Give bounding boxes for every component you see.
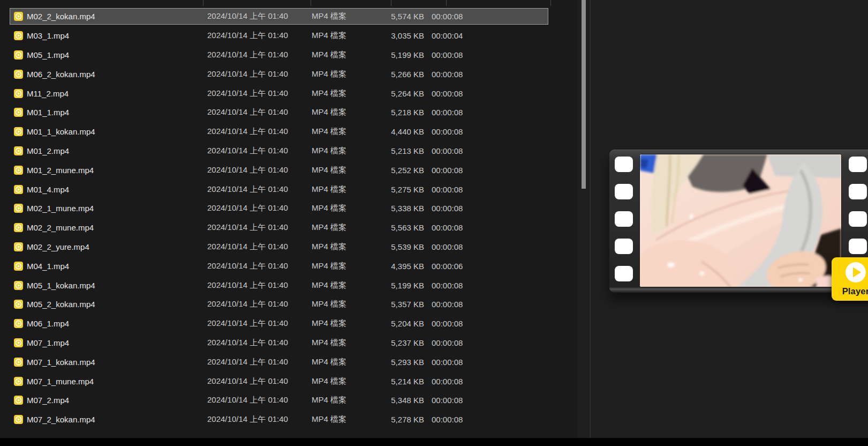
- file-name: M02_1_mune.mp4: [27, 204, 207, 213]
- table-row[interactable]: M11_2.mp4 2024/10/14 上午 01:40 MP4 檔案 5,2…: [0, 84, 568, 103]
- file-size: 5,213 KB: [375, 146, 424, 155]
- table-row[interactable]: M07_2_kokan.mp4 2024/10/14 上午 01:40 MP4 …: [0, 410, 568, 429]
- file-name: M01_4.mp4: [27, 185, 207, 194]
- table-row[interactable]: M05_1.mp4 2024/10/14 上午 01:40 MP4 檔案 5,1…: [0, 46, 568, 65]
- table-row[interactable]: M04_1.mp4 2024/10/14 上午 01:40 MP4 檔案 4,3…: [0, 256, 568, 276]
- table-row[interactable]: M01_1_kokan.mp4 2024/10/14 上午 01:40 MP4 …: [0, 122, 568, 142]
- file-type: MP4 檔案: [312, 146, 375, 156]
- vertical-scrollbar[interactable]: [577, 0, 589, 438]
- file-type: MP4 檔案: [312, 299, 375, 309]
- table-row[interactable]: M01_1.mp4 2024/10/14 上午 01:40 MP4 檔案 5,2…: [0, 103, 568, 122]
- file-type: MP4 檔案: [312, 50, 375, 60]
- file-size: 4,395 KB: [375, 262, 424, 271]
- file-name: M01_2_mune.mp4: [27, 166, 207, 175]
- table-row[interactable]: M07_2.mp4 2024/10/14 上午 01:40 MP4 檔案 5,3…: [0, 391, 568, 410]
- file-type: MP4 檔案: [312, 318, 375, 329]
- file-name: M07_1_mune.mp4: [27, 377, 207, 386]
- date-modified: 2024/10/14 上午 01:40: [207, 107, 312, 117]
- file-size: 5,237 KB: [375, 338, 424, 347]
- media-duration: 00:00:08: [432, 127, 568, 136]
- file-size: 5,204 KB: [375, 319, 424, 328]
- file-name: M11_2.mp4: [27, 89, 207, 98]
- file-name: M02_2_yure.mp4: [27, 242, 207, 251]
- column-divider: [311, 0, 311, 6]
- media-duration: 00:00:06: [432, 262, 568, 271]
- file-name: M05_1.mp4: [27, 50, 207, 60]
- table-row[interactable]: M07_1_mune.mp4 2024/10/14 上午 01:40 MP4 檔…: [0, 371, 568, 391]
- video-play-icon: [14, 146, 27, 155]
- video-play-icon: [14, 262, 27, 271]
- table-row[interactable]: M06_2_kokan.mp4 2024/10/14 上午 01:40 MP4 …: [0, 64, 568, 84]
- table-row[interactable]: M05_2_kokan.mp4 2024/10/14 上午 01:40 MP4 …: [0, 295, 568, 314]
- column-divider: [550, 0, 551, 6]
- video-play-icon: [14, 166, 27, 175]
- table-row[interactable]: M01_2.mp4 2024/10/14 上午 01:40 MP4 檔案 5,2…: [0, 142, 568, 161]
- table-row[interactable]: M01_2_mune.mp4 2024/10/14 上午 01:40 MP4 檔…: [0, 160, 568, 180]
- table-row[interactable]: M01_4.mp4 2024/10/14 上午 01:40 MP4 檔案 5,2…: [0, 180, 568, 199]
- column-divider: [446, 0, 447, 6]
- media-duration: 00:00:08: [432, 146, 568, 155]
- file-type: MP4 檔案: [312, 127, 375, 137]
- file-name: M07_1.mp4: [27, 338, 207, 347]
- date-modified: 2024/10/14 上午 01:40: [207, 376, 312, 386]
- date-modified: 2024/10/14 上午 01:40: [207, 127, 312, 137]
- video-play-icon: [14, 31, 27, 40]
- file-size: 5,199 KB: [375, 281, 424, 290]
- table-row[interactable]: M05_1_kokan.mp4 2024/10/14 上午 01:40 MP4 …: [0, 276, 568, 295]
- video-play-icon: [14, 127, 27, 136]
- media-duration: 00:00:08: [432, 396, 568, 405]
- date-modified: 2024/10/14 上午 01:40: [207, 299, 312, 309]
- video-play-icon: [14, 281, 27, 290]
- table-row[interactable]: M02_2_yure.mp4 2024/10/14 上午 01:40 MP4 檔…: [0, 237, 568, 257]
- date-modified: 2024/10/14 上午 01:40: [207, 146, 312, 156]
- date-modified: 2024/10/14 上午 01:40: [207, 395, 312, 405]
- player-badge[interactable]: Player: [832, 257, 868, 301]
- file-size: 5,199 KB: [375, 50, 424, 60]
- preview-pane: Player: [591, 0, 868, 438]
- media-duration: 00:00:08: [432, 415, 568, 424]
- video-preview-filmstrip[interactable]: [609, 150, 868, 293]
- file-name: M06_1.mp4: [27, 319, 207, 328]
- table-row[interactable]: M02_2_mune.mp4 2024/10/14 上午 01:40 MP4 檔…: [0, 218, 568, 237]
- sprocket-hole: [615, 157, 633, 172]
- file-type: MP4 檔案: [312, 11, 375, 21]
- table-row[interactable]: M02_2_kokan.mp4 2024/10/14 上午 01:40 MP4 …: [0, 7, 568, 26]
- file-size: 5,264 KB: [375, 89, 424, 98]
- video-play-icon: [14, 185, 27, 194]
- video-play-icon: [14, 242, 27, 251]
- date-modified: 2024/10/14 上午 01:40: [207, 69, 312, 79]
- date-modified: 2024/10/14 上午 01:40: [207, 357, 312, 367]
- file-size: 5,348 KB: [375, 396, 424, 405]
- media-duration: 00:00:08: [432, 319, 568, 328]
- video-play-icon: [14, 415, 27, 424]
- date-modified: 2024/10/14 上午 01:40: [207, 11, 312, 21]
- file-size: 5,218 KB: [375, 108, 424, 117]
- table-row[interactable]: M07_1.mp4 2024/10/14 上午 01:40 MP4 檔案 5,2…: [0, 333, 568, 353]
- player-badge-label: Player: [842, 286, 868, 296]
- video-play-icon: [14, 108, 27, 117]
- file-size: 5,293 KB: [375, 358, 424, 367]
- file-type: MP4 檔案: [312, 69, 375, 79]
- file-name: M07_1_kokan.mp4: [27, 358, 207, 367]
- table-row[interactable]: M07_1_kokan.mp4 2024/10/14 上午 01:40 MP4 …: [0, 352, 568, 371]
- file-name: M07_2.mp4: [27, 396, 207, 405]
- media-duration: 00:00:08: [432, 204, 568, 213]
- preview-thumbnail[interactable]: [639, 154, 842, 287]
- video-play-icon: [14, 358, 27, 367]
- video-play-icon: [14, 50, 27, 60]
- table-row[interactable]: M06_1.mp4 2024/10/14 上午 01:40 MP4 檔案 5,2…: [0, 314, 568, 333]
- media-duration: 00:00:08: [432, 108, 568, 117]
- file-type: MP4 檔案: [312, 357, 375, 367]
- file-name: M06_2_kokan.mp4: [27, 70, 207, 79]
- file-type: MP4 檔案: [312, 184, 375, 195]
- file-explorer-window: M02_2_kokan.mp4 2024/10/14 上午 01:40 MP4 …: [0, 0, 868, 446]
- media-duration: 00:00:08: [432, 358, 568, 367]
- date-modified: 2024/10/14 上午 01:40: [207, 318, 312, 329]
- file-type: MP4 檔案: [312, 222, 375, 233]
- table-row[interactable]: M03_1.mp4 2024/10/14 上午 01:40 MP4 檔案 3,0…: [0, 26, 568, 46]
- table-row[interactable]: M02_1_mune.mp4 2024/10/14 上午 01:40 MP4 檔…: [0, 199, 568, 218]
- file-size: 5,338 KB: [375, 204, 424, 213]
- date-modified: 2024/10/14 上午 01:40: [207, 338, 312, 348]
- scrollbar-thumb[interactable]: [582, 0, 586, 189]
- date-modified: 2024/10/14 上午 01:40: [207, 222, 312, 233]
